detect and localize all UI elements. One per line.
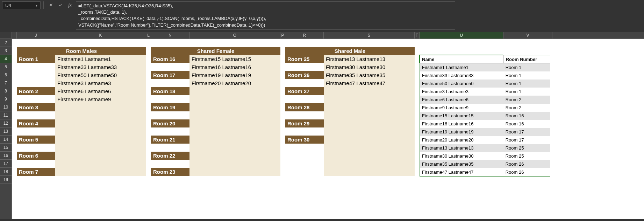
table-row[interactable]: Firstname3 Lastname3Room 1 (420, 88, 550, 96)
col-header-R[interactable]: R (285, 32, 324, 39)
output-room: Room 2 (503, 104, 550, 112)
row-header-5[interactable]: 5 (0, 63, 12, 71)
col-header-N[interactable]: N (151, 32, 189, 39)
col-header-P[interactable]: P (280, 32, 285, 39)
output-name: Firstname15 Lastname15 (420, 112, 503, 120)
row-header-9[interactable]: 9 (0, 95, 12, 103)
row-header-14[interactable]: 14 (0, 136, 12, 144)
output-room: Room 1 (503, 63, 550, 71)
person-name[interactable]: Firstname13 Lastname13 (324, 55, 415, 63)
output-name: Firstname33 Lastname33 (420, 71, 503, 80)
room-label[interactable]: Room 30 (285, 136, 324, 144)
room-label[interactable]: Room 21 (151, 136, 189, 144)
row-header-4[interactable]: 4 (0, 55, 12, 63)
col-header-W[interactable] (552, 32, 557, 39)
room-label[interactable]: Room 25 (285, 55, 324, 63)
output-header-room[interactable]: Room Number (503, 55, 550, 63)
room-label[interactable]: Room 26 (285, 71, 324, 79)
col-header-U[interactable]: U (420, 32, 503, 39)
enter-icon[interactable]: ✓ (56, 1, 64, 9)
row-header-16[interactable]: 16 (0, 152, 12, 160)
row-header-10[interactable]: 10 (0, 103, 12, 111)
name-box[interactable]: U4 ▾ (2, 1, 41, 9)
row-header-7[interactable]: 7 (0, 79, 12, 87)
room-label[interactable]: Room 18 (151, 87, 189, 95)
col-header-O[interactable]: O (189, 32, 280, 39)
person-name[interactable]: Firstname6 Lastname6 (55, 87, 146, 95)
person-name[interactable]: Firstname33 Lastname33 (55, 63, 146, 71)
table-row[interactable]: Firstname35 Lastname35Room 26 (420, 160, 550, 168)
output-room: Room 17 (503, 136, 550, 144)
row-header-11[interactable]: 11 (0, 111, 12, 119)
table-row[interactable]: Firstname13 Lastname13Room 25 (420, 144, 550, 152)
row-header-15[interactable]: 15 (0, 144, 12, 152)
output-name: Firstname20 Lastname20 (420, 136, 503, 144)
table-row[interactable]: Firstname19 Lastname19Room 17 (420, 128, 550, 136)
room-label[interactable]: Room 3 (17, 103, 55, 111)
table-row[interactable]: Firstname50 Lastname50Room 1 (420, 80, 550, 88)
room-label[interactable]: Room 27 (285, 87, 324, 95)
room-label[interactable]: Room 6 (17, 152, 55, 160)
row-header-6[interactable]: 6 (0, 71, 12, 79)
col-header-J[interactable]: J (17, 32, 55, 39)
person-name[interactable]: Firstname35 Lastname35 (324, 71, 415, 79)
table-row[interactable]: Firstname9 Lastname9Room 2 (420, 104, 550, 112)
table-row[interactable]: Firstname15 Lastname15Room 16 (420, 112, 550, 120)
row-header-17[interactable]: 17 (0, 160, 12, 168)
table-row[interactable]: Firstname30 Lastname30Room 25 (420, 152, 550, 160)
room-label[interactable]: Room 20 (151, 119, 189, 127)
col-header-V[interactable]: V (503, 32, 552, 39)
select-all-corner[interactable] (0, 32, 12, 39)
room-label[interactable]: Room 29 (285, 119, 324, 127)
row-header-12[interactable]: 12 (0, 119, 12, 127)
room-label[interactable]: Room 19 (151, 103, 189, 111)
col-header-S[interactable]: S (324, 32, 415, 39)
table-row[interactable]: Firstname47 Lastname47Room 26 (420, 168, 550, 176)
col-header-K[interactable]: K (55, 32, 146, 39)
row-header-18[interactable]: 18 (0, 168, 12, 176)
room-label[interactable]: Room 22 (151, 152, 189, 160)
output-name: Firstname16 Lastname16 (420, 120, 503, 128)
person-name[interactable]: Firstname15 Lastname15 (189, 55, 280, 63)
formula-input[interactable]: =LET(_data,VSTACK(J4:K35,N4:O35,R4:S35),… (76, 1, 455, 30)
table-row[interactable]: Firstname6 Lastname6Room 2 (420, 96, 550, 104)
row-header-19[interactable]: 19 (0, 176, 12, 184)
output-room: Room 16 (503, 120, 550, 128)
output-room: Room 1 (503, 80, 550, 88)
fx-icon[interactable]: fx (66, 1, 74, 9)
room-label[interactable]: Room 2 (17, 87, 55, 95)
person-name[interactable]: Firstname3 Lastname3 (55, 79, 146, 87)
col-header-A[interactable] (12, 32, 17, 39)
row-header-8[interactable]: 8 (0, 87, 12, 95)
person-name[interactable]: Firstname9 Lastname9 (55, 95, 146, 103)
section-header: Shared Male (285, 47, 415, 55)
room-label[interactable]: Room 16 (151, 55, 189, 63)
col-header-L[interactable]: L (146, 32, 151, 39)
table-row[interactable]: Firstname20 Lastname20Room 17 (420, 136, 550, 144)
room-label[interactable]: Room 1 (17, 55, 55, 63)
person-name[interactable]: Firstname1 Lastname1 (55, 55, 146, 63)
col-header-T[interactable]: T (415, 32, 420, 39)
output-name: Firstname35 Lastname35 (420, 160, 503, 168)
table-row[interactable]: Firstname33 Lastname33Room 1 (420, 71, 550, 80)
room-label[interactable]: Room 5 (17, 136, 55, 144)
person-name[interactable]: Firstname16 Lastname16 (189, 63, 280, 71)
cells-area[interactable]: Room MalesRoom 1Firstname1 Lastname1Firs… (12, 39, 644, 219)
room-label[interactable]: Room 4 (17, 119, 55, 127)
cancel-icon[interactable]: ✕ (46, 1, 54, 9)
room-label[interactable]: Room 7 (17, 168, 55, 176)
row-header-13[interactable]: 13 (0, 127, 12, 136)
person-name[interactable]: Firstname20 Lastname20 (189, 79, 280, 87)
room-label[interactable]: Room 28 (285, 103, 324, 111)
output-header-name[interactable]: Name (420, 55, 503, 63)
room-label[interactable]: Room 17 (151, 71, 189, 79)
person-name[interactable]: Firstname47 Lastname47 (324, 79, 415, 87)
table-row[interactable]: Firstname16 Lastname16Room 16 (420, 120, 550, 128)
person-name[interactable]: Firstname30 Lastname30 (324, 63, 415, 71)
row-header-3[interactable]: 3 (0, 47, 12, 55)
room-label[interactable]: Room 23 (151, 168, 189, 176)
person-name[interactable]: Firstname19 Lastname19 (189, 71, 280, 79)
row-header-2[interactable]: 2 (0, 39, 12, 47)
person-name[interactable]: Firstname50 Lastname50 (55, 71, 146, 79)
table-row[interactable]: Firstname1 Lastname1Room 1 (420, 63, 550, 71)
